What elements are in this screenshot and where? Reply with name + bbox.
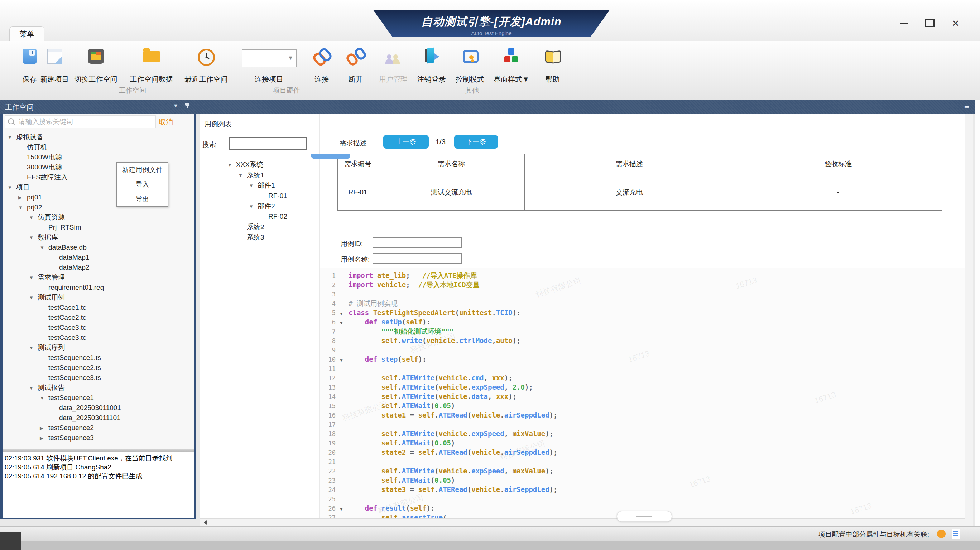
connect-button[interactable]: 连接 xyxy=(307,46,336,84)
tree-item[interactable]: ▼testSequence1 xyxy=(3,393,194,403)
tree-item[interactable]: testSequence1.ts xyxy=(3,353,194,363)
tree-item[interactable]: 仿真机 xyxy=(3,142,194,152)
tree-expand-icon[interactable]: ▶ xyxy=(18,192,27,203)
workspace-data-button[interactable]: 工作空间数据 xyxy=(127,46,175,84)
tree-item[interactable]: testCase2.tc xyxy=(3,313,194,323)
line-number: 5 xyxy=(320,308,339,318)
ribbon-separator xyxy=(375,48,375,84)
new-project-button[interactable]: 新建项目 xyxy=(38,46,72,84)
tree-item[interactable]: ▼测试用例 xyxy=(3,292,194,302)
tree-item[interactable]: ▼系统1 xyxy=(199,170,319,180)
close-button[interactable]: × xyxy=(948,16,964,30)
tree-item[interactable]: 系统2 xyxy=(199,222,319,232)
tree-item[interactable]: 1500W电源 xyxy=(3,152,194,162)
recent-workspace-button[interactable]: 最近工作空间 xyxy=(182,46,230,84)
tree-item[interactable]: requirement01.req xyxy=(3,283,194,292)
tree-item[interactable]: ▼需求管理 xyxy=(3,272,194,283)
tree-item[interactable]: dataMap2 xyxy=(3,262,194,272)
tree-expand-icon[interactable]: ▼ xyxy=(18,203,27,213)
tab-menu[interactable]: 菜单 xyxy=(9,27,45,41)
ui-style-button[interactable]: 界面样式▼ xyxy=(490,46,533,84)
code-token: mixValue xyxy=(512,430,546,437)
context-menu-item[interactable]: 导出 xyxy=(117,192,168,206)
tree-item[interactable]: testSequence3.ts xyxy=(3,373,194,383)
tree-expand-icon[interactable]: ▼ xyxy=(8,183,16,192)
next-button[interactable]: 下一条 xyxy=(454,135,498,149)
tree-item[interactable]: ▶testSequence3 xyxy=(3,433,194,443)
logout-button[interactable]: 注销登录 xyxy=(413,46,450,84)
tree-expand-icon[interactable]: ▼ xyxy=(238,170,247,180)
maximize-button[interactable] xyxy=(922,16,938,30)
code-token: vehicle xyxy=(377,281,406,289)
tree-item[interactable]: 系统3 xyxy=(199,232,319,242)
switch-workspace-button[interactable]: 切换工作空间 xyxy=(72,46,120,84)
sidebar-splitter[interactable] xyxy=(3,449,194,451)
previous-button[interactable]: 上一条 xyxy=(383,135,429,149)
tree-item[interactable]: ▼数据库 xyxy=(3,232,194,242)
context-menu-item[interactable]: 新建用例文件 xyxy=(117,162,168,177)
tree-expand-icon[interactable]: ▼ xyxy=(29,343,38,353)
tree-expand-icon[interactable]: ▶ xyxy=(40,433,48,443)
tree-item[interactable]: testCase3.tc xyxy=(3,333,194,343)
tree-item[interactable]: RF-01 xyxy=(199,191,319,201)
tree-expand-icon[interactable]: ▼ xyxy=(29,293,38,303)
tree-item[interactable]: ▼部件1 xyxy=(199,180,319,191)
tree-item[interactable]: ▶testSequence2 xyxy=(3,423,194,433)
tree-expand-icon[interactable]: ▼ xyxy=(249,180,258,191)
tree-item[interactable]: ▼dataBase.db xyxy=(3,242,194,253)
hamburger-menu-icon[interactable]: ≡ xyxy=(964,101,969,111)
context-menu-item[interactable]: 导入 xyxy=(117,177,168,192)
status-warning-icon[interactable] xyxy=(937,529,946,538)
tree-expand-icon[interactable]: ▼ xyxy=(29,213,38,223)
case-search-label: 搜索 xyxy=(202,140,216,149)
tree-expand-icon[interactable]: ▼ xyxy=(8,132,16,143)
tree-item[interactable]: ▼测试序列 xyxy=(3,343,194,353)
pin-icon[interactable] xyxy=(187,103,188,108)
tree-item[interactable]: ▼测试报告 xyxy=(3,383,194,393)
minimize-button[interactable] xyxy=(896,16,912,30)
tree-expand-icon[interactable]: ▼ xyxy=(29,233,38,243)
tree-expand-icon[interactable]: ▼ xyxy=(40,393,48,403)
horizontal-scrollbar[interactable] xyxy=(199,518,965,526)
tree-expand-icon[interactable]: ▼ xyxy=(29,273,38,283)
vertical-scrollbar[interactable] xyxy=(965,113,973,526)
tree-item[interactable]: data_202503011101 xyxy=(3,413,194,423)
case-search-input[interactable] xyxy=(229,137,307,150)
tree-item[interactable]: testCase3.tc xyxy=(3,323,194,333)
case-id-input[interactable] xyxy=(372,237,462,248)
tree-item[interactable]: RF-02 xyxy=(199,211,319,222)
code-token: cmd xyxy=(471,374,484,382)
scrollbar-thumb-pill[interactable] xyxy=(617,511,672,522)
control-mode-button[interactable]: 控制模式 xyxy=(450,46,489,84)
tree-item-label: data_202503011101 xyxy=(59,414,121,421)
help-button[interactable]: 帮助 xyxy=(537,46,568,84)
scroll-left-icon[interactable] xyxy=(202,520,207,525)
tree-item[interactable]: testSequence2.ts xyxy=(3,363,194,373)
case-name-input[interactable] xyxy=(372,253,462,264)
tree-item[interactable]: Prj_RTSim xyxy=(3,223,194,232)
code-token: 0.05 xyxy=(434,476,451,484)
tree-expand-icon[interactable]: ▶ xyxy=(40,423,48,433)
sidebar-search-input[interactable] xyxy=(18,116,155,127)
code-token: self xyxy=(382,337,398,345)
tree-item[interactable]: data_202503011001 xyxy=(3,403,194,413)
chevron-down-icon[interactable]: ▾ xyxy=(174,102,177,110)
tree-expand-icon[interactable]: ▼ xyxy=(40,243,48,253)
search-cancel-link[interactable]: 取消 xyxy=(159,117,173,127)
group-label-other: 其他 xyxy=(465,86,479,95)
tree-item[interactable]: ▼XXX系统 xyxy=(199,159,319,170)
tree-item[interactable]: ▼仿真资源 xyxy=(3,212,194,223)
tree-item[interactable]: dataMap1 xyxy=(3,253,194,262)
status-document-icon[interactable] xyxy=(952,529,960,539)
code-token xyxy=(348,486,382,493)
tree-expand-icon[interactable]: ▼ xyxy=(228,160,236,170)
tree-expand-icon[interactable]: ▼ xyxy=(29,383,38,393)
tree-item[interactable]: ▼虚拟设备 xyxy=(3,132,194,142)
code-line: 4# 测试用例实现 xyxy=(320,299,965,308)
tree-item[interactable]: ▼部件2 xyxy=(199,201,319,211)
tree-item[interactable]: testCase1.tc xyxy=(3,302,194,313)
tree-expand-icon[interactable]: ▼ xyxy=(249,201,258,211)
code-line: 22 self.ATEWrite(vehicle.expSpeed, maxVa… xyxy=(320,466,965,475)
code-editor[interactable]: 科技有限公司16713科技有限公司16713科技有限公司16713科技有限公司1… xyxy=(320,268,965,518)
disconnect-button[interactable]: 断开 xyxy=(341,46,370,84)
